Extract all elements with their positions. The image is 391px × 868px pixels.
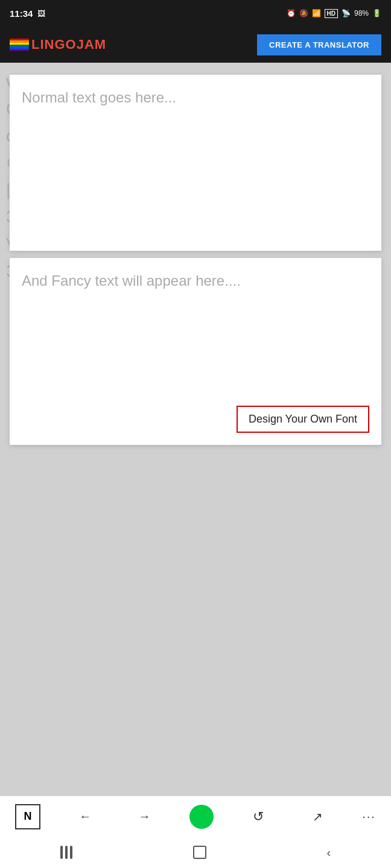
back-chevron-icon: ‹ bbox=[326, 846, 331, 860]
recents-icon bbox=[60, 846, 72, 859]
battery-icon: 🔋 bbox=[372, 9, 381, 17]
rainbow-flag-icon bbox=[10, 39, 29, 51]
input-text-box bbox=[10, 75, 381, 251]
wifi-icon: 📶 bbox=[312, 9, 321, 17]
top-nav: LINGOJAM CREATE A TRANSLATOR bbox=[0, 27, 391, 63]
hd-badge: HD bbox=[325, 9, 338, 18]
more-options-button[interactable]: ··· bbox=[362, 810, 376, 823]
logo-jam: JAM bbox=[77, 37, 106, 52]
n-label: N bbox=[24, 810, 32, 823]
image-status-icon: 🖼 bbox=[37, 9, 45, 18]
android-back-button[interactable]: ‹ bbox=[326, 846, 331, 860]
android-home-button[interactable] bbox=[193, 846, 206, 859]
create-translator-button[interactable]: CREATE A TRANSLATOR bbox=[257, 34, 381, 55]
status-right: ⏰ 🔕 📶 HD 📡 98% 🔋 bbox=[287, 9, 381, 18]
android-home-bar: ‹ bbox=[0, 837, 391, 868]
design-your-own-font-button[interactable]: Design Your Own Font bbox=[237, 406, 369, 433]
logo-container: LINGOJAM bbox=[10, 37, 106, 52]
main-content: And Fancy text will appear here.... Desi… bbox=[0, 63, 391, 454]
alarm-icon: ⏰ bbox=[287, 9, 296, 17]
home-button[interactable] bbox=[189, 805, 214, 829]
output-text-box: And Fancy text will appear here.... Desi… bbox=[10, 258, 381, 445]
home-icon bbox=[193, 846, 206, 859]
android-recents-button[interactable] bbox=[60, 846, 72, 859]
signal-icon: 📡 bbox=[342, 9, 351, 17]
status-bar: 11:34 🖼 ⏰ 🔕 📶 HD 📡 98% 🔋 bbox=[0, 0, 391, 27]
bottom-nav: N ← → ↺ ↗ ··· bbox=[0, 796, 391, 837]
normal-text-input[interactable] bbox=[22, 89, 369, 234]
logo-text: LINGOJAM bbox=[31, 37, 106, 52]
design-button-container: Design Your Own Font bbox=[237, 406, 369, 433]
back-button[interactable]: ← bbox=[71, 802, 100, 831]
status-time: 11:34 bbox=[10, 8, 33, 19]
fancy-text-placeholder: And Fancy text will appear here.... bbox=[22, 272, 369, 289]
battery-percent: 98% bbox=[354, 9, 369, 17]
reload-button[interactable]: ↺ bbox=[244, 802, 273, 831]
mute-icon: 🔕 bbox=[299, 9, 308, 17]
n-button[interactable]: N bbox=[15, 804, 40, 829]
share-button[interactable]: ↗ bbox=[303, 802, 332, 831]
forward-button[interactable]: → bbox=[130, 802, 159, 831]
logo-lingo: LINGO bbox=[31, 37, 77, 52]
